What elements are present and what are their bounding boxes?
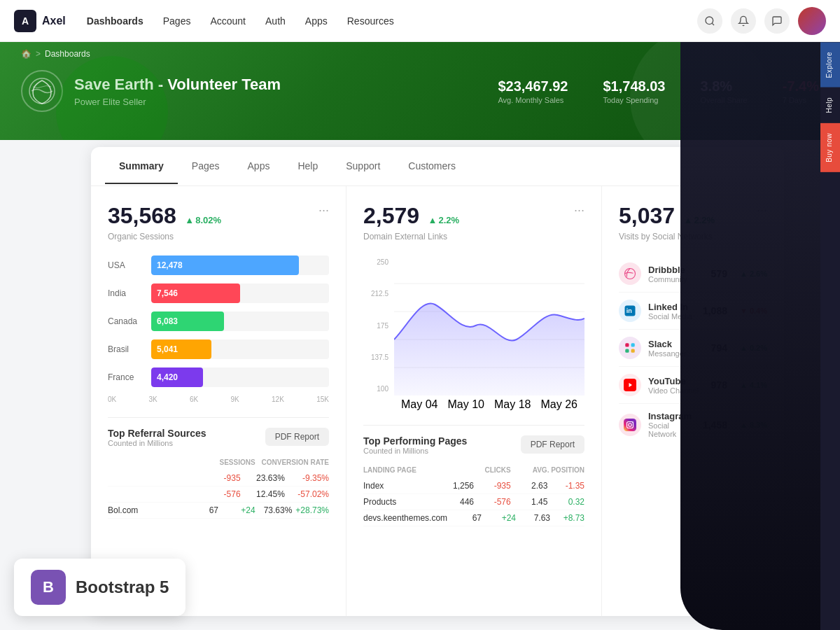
svg-text:in: in <box>626 307 632 314</box>
referral-table-header: SESSIONS CONVERSION RATE <box>108 458 329 466</box>
linkedin-info: Linked In Social Media <box>648 302 696 321</box>
bar-row-brasil: Brasil 5,041 <box>108 340 329 359</box>
organic-panel: ··· 35,568 ▲ 8.02% Organic Sessions USA … <box>91 186 346 616</box>
nav-item-dashboards[interactable]: Dashboards <box>87 15 144 27</box>
hero-stats: $23,467.92 Avg. Monthly Sales $1,748.03 … <box>498 78 819 104</box>
social-value: 5,037 <box>619 203 675 228</box>
hero-subtitle: Power Elite Seller <box>74 97 498 107</box>
slack-info: Slack Messanger <box>648 339 704 358</box>
svg-rect-13 <box>631 349 635 353</box>
instagram-info: Instagram Social Network <box>648 411 696 438</box>
organic-change: ▲ 8.02% <box>185 215 221 225</box>
bar-fill-usa: 12,478 <box>151 255 299 275</box>
bootstrap-label: Bootstrap 5 <box>76 578 169 597</box>
nav-item-account[interactable]: Account <box>210 15 246 27</box>
notifications-button[interactable] <box>731 8 756 34</box>
nav-right <box>697 7 826 35</box>
up-arrow-icon: ▲ <box>428 215 438 225</box>
search-button[interactable] <box>697 8 722 34</box>
tab-customers[interactable]: Customers <box>394 149 470 184</box>
bar-container-brasil: 5,041 <box>151 340 329 359</box>
bar-row-canada: Canada 6,083 <box>108 312 329 331</box>
social-row-instagram: Instagram Social Network 1,458 ▲ 8.3% <box>619 404 767 445</box>
breadcrumb-home: 🏠 <box>21 49 31 59</box>
brand[interactable]: A Axel <box>14 10 66 32</box>
pages-pdf-button[interactable]: PDF Report <box>521 435 584 454</box>
hero-stat-value: $1,748.03 <box>603 78 666 94</box>
bar-country-france: France <box>108 372 143 382</box>
hero-stat-monthly-sales: $23,467.92 Avg. Monthly Sales <box>498 78 568 104</box>
tab-summary[interactable]: Summary <box>105 149 178 184</box>
svg-line-1 <box>712 23 714 25</box>
breadcrumb-current: Dashboards <box>45 49 90 59</box>
domain-label: Domain External Links <box>363 232 584 241</box>
social-row-youtube: YouTube Video Channel 978 ▲ 4.1% <box>619 367 767 404</box>
svg-point-19 <box>632 421 634 423</box>
hero-title: Save Earth - Volunteer Team <box>74 76 498 94</box>
social-metric-header: ··· 5,037 ▲ 2.2% Visits by Social Networ… <box>619 203 767 241</box>
nav-item-apps[interactable]: Apps <box>305 15 328 27</box>
bar-container-usa: 12,478 <box>151 255 329 275</box>
dribbble-icon <box>619 262 641 285</box>
tab-apps[interactable]: Apps <box>234 149 284 184</box>
social-row-linkedin: in Linked In Social Media 1,088 ▼ 0.4% <box>619 293 767 330</box>
bar-fill-india: 7,546 <box>151 284 240 303</box>
table-row: Index 1,256 -935 2.63 -1.35 <box>363 478 584 494</box>
organic-menu[interactable]: ··· <box>318 203 329 218</box>
up-arrow-icon: ▲ <box>185 215 194 225</box>
svg-rect-12 <box>625 349 629 353</box>
social-row-slack: Slack Messanger 794 ▲ 0.2% <box>619 330 767 367</box>
social-label: Visits by Social Networks <box>619 232 767 241</box>
tab-bar: Summary Pages Apps Help Support Customer… <box>91 147 784 186</box>
tab-pages[interactable]: Pages <box>178 149 234 184</box>
hero-section: 🏠 > Dashboards Save Earth - Volunteer Te… <box>0 42 840 140</box>
pages-table-header: LANDING PAGE CLICKS AVG. POSITION <box>363 466 584 474</box>
social-panel: ··· 5,037 ▲ 2.2% Visits by Social Networ… <box>602 186 784 616</box>
bar-country-usa: USA <box>108 260 143 270</box>
hero-stat-value: -7.4% <box>783 78 819 94</box>
chart-x-labels: May 04 May 10 May 18 May 26 <box>394 398 584 411</box>
right-sidebar: Explore Help Buy now <box>820 42 840 630</box>
bar-row-usa: USA 12,478 <box>108 255 329 275</box>
domain-value: 2,579 <box>363 203 419 228</box>
buy-tab[interactable]: Buy now <box>820 123 840 172</box>
social-menu[interactable]: ··· <box>757 203 767 218</box>
user-avatar[interactable] <box>798 7 826 35</box>
domain-panel: ··· 2,579 ▲ 2.2% Domain External Links 2… <box>346 186 602 616</box>
main-card: Summary Pages Apps Help Support Customer… <box>91 147 784 616</box>
linkedin-icon: in <box>619 300 641 322</box>
tab-help[interactable]: Help <box>284 149 332 184</box>
bar-container-india: 7,546 <box>151 284 329 303</box>
organic-label: Organic Sessions <box>108 232 329 241</box>
bar-chart: USA 12,478 India 7,546 Canada 6,083 <box>108 255 329 403</box>
nav-item-pages[interactable]: Pages <box>163 15 191 27</box>
tab-support[interactable]: Support <box>332 149 394 184</box>
bar-country-canada: Canada <box>108 316 143 326</box>
bar-container-canada: 6,083 <box>151 312 329 331</box>
hero-stat-value: $23,467.92 <box>498 78 568 94</box>
explore-tab[interactable]: Explore <box>820 42 840 88</box>
domain-menu[interactable]: ··· <box>574 203 584 218</box>
nav-item-auth[interactable]: Auth <box>265 15 286 27</box>
bar-fill-canada: 6,083 <box>151 312 224 331</box>
nav-item-resources[interactable]: Resources <box>347 15 394 27</box>
bar-row-india: India 7,546 <box>108 284 329 303</box>
youtube-icon <box>619 374 641 396</box>
bar-axis: 0K 3K 6K 9K 12K 15K <box>108 396 329 403</box>
navbar: A Axel Dashboards Pages Account Auth App… <box>0 0 840 42</box>
bootstrap-badge: B Bootstrap 5 <box>14 559 186 616</box>
hero-stat-value: 3.8% <box>700 78 747 94</box>
content-area: ··· 35,568 ▲ 8.02% Organic Sessions USA … <box>91 186 784 616</box>
referral-title: Top Referral Sources <box>108 428 206 439</box>
instagram-icon <box>619 414 641 436</box>
social-row-dribbble: Dribbble Community 579 ▲ 2.6% <box>619 255 767 293</box>
svg-rect-16 <box>624 419 636 431</box>
referral-pdf-button[interactable]: PDF Report <box>265 428 329 446</box>
hero-stat-7days: -7.4% 7 Days <box>783 78 819 104</box>
hero-stat-label: Avg. Monthly Sales <box>498 96 568 104</box>
messages-button[interactable] <box>764 8 790 34</box>
help-tab[interactable]: Help <box>820 88 840 123</box>
bar-fill-france: 4,420 <box>151 368 203 387</box>
table-row: Bol.com 67 +24 73.63% +28.73% <box>108 503 329 519</box>
hero-stat-label: Today Spending <box>603 96 666 104</box>
